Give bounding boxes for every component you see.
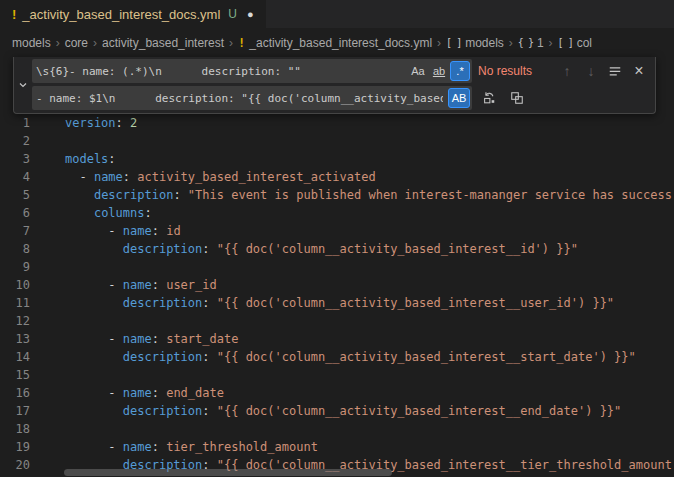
- code-token: description: [123, 296, 202, 310]
- replace-button[interactable]: [478, 87, 500, 109]
- code-line[interactable]: 12: [0, 312, 674, 330]
- code-token: columns: [94, 206, 145, 220]
- object-icon: { }: [518, 37, 533, 48]
- code-token: :: [152, 386, 166, 400]
- code-token: version: [65, 116, 116, 130]
- line-number: 6: [0, 204, 30, 222]
- breadcrumb-item[interactable]: [ ]col: [558, 36, 592, 50]
- next-match-button[interactable]: ↓: [580, 60, 602, 82]
- line-number: 4: [0, 168, 30, 186]
- replace-icon: [482, 91, 496, 105]
- code-line[interactable]: 8 description: "{{ doc('column__activity…: [0, 240, 674, 258]
- warning-icon: !: [238, 36, 245, 50]
- code-line[interactable]: 5 description: "This event is published …: [0, 186, 674, 204]
- arrow-down-icon: ↓: [588, 63, 595, 79]
- code-line-content: models:: [65, 150, 116, 168]
- code-token: "This event is published when interest-m…: [188, 188, 672, 202]
- line-number: 15: [0, 366, 30, 384]
- breadcrumb-separator-icon: ›: [509, 36, 513, 50]
- code-line[interactable]: 11 description: "{{ doc('column__activit…: [0, 294, 674, 312]
- close-find-button[interactable]: ×: [628, 60, 650, 82]
- code-token: "{{ doc('column__activity_based_interest…: [217, 404, 622, 418]
- code-token: :: [152, 440, 166, 454]
- preserve-case-toggle[interactable]: AB: [448, 88, 470, 108]
- code-token: name: [123, 440, 152, 454]
- replace-all-icon: [510, 91, 524, 105]
- code-line[interactable]: 1version: 2: [0, 114, 674, 132]
- code-token: -: [65, 170, 94, 184]
- code-line[interactable]: 13 - name: start_date: [0, 330, 674, 348]
- code-line[interactable]: 17 description: "{{ doc('column__activit…: [0, 402, 674, 420]
- code-line[interactable]: 18: [0, 420, 674, 438]
- code-line[interactable]: 10 - name: user_id: [0, 276, 674, 294]
- code-token: [65, 242, 123, 256]
- chevron-down-icon: [17, 79, 29, 91]
- line-number: 1: [0, 114, 30, 132]
- code-token: [65, 404, 123, 418]
- breadcrumb: models›core›activity_based_interest›!_ac…: [0, 28, 674, 57]
- match-case-toggle[interactable]: Aa: [408, 61, 428, 81]
- modified-dot-icon[interactable]: ●: [247, 9, 254, 20]
- breadcrumb-label: _activity_based_interest_docs.yml: [249, 36, 432, 50]
- breadcrumb-separator-icon: ›: [56, 36, 60, 50]
- code-token: :: [202, 350, 216, 364]
- array-icon: [ ]: [446, 37, 461, 48]
- breadcrumb-separator-icon: ›: [229, 36, 233, 50]
- code-line[interactable]: 6 columns:: [0, 204, 674, 222]
- whole-word-toggle[interactable]: ab: [429, 61, 449, 81]
- breadcrumb-item[interactable]: [ ]models: [446, 36, 504, 50]
- breadcrumb-label: core: [65, 36, 88, 50]
- replace-all-button[interactable]: [506, 87, 528, 109]
- breadcrumb-item[interactable]: { }1: [518, 36, 544, 50]
- line-number: 16: [0, 384, 30, 402]
- editor-tab[interactable]: ! _activity_based_interest_docs.yml U ●: [0, 0, 266, 28]
- line-number: 5: [0, 186, 30, 204]
- code-token: activity_based_interest_activated: [137, 170, 375, 184]
- find-in-selection-button[interactable]: [604, 60, 626, 82]
- code-token: description: [94, 188, 173, 202]
- code-token: "{{ doc('column__activity_based_interest…: [217, 296, 614, 310]
- code-line-content: version: 2: [65, 114, 137, 132]
- breadcrumb-item[interactable]: activity_based_interest: [102, 36, 224, 50]
- breadcrumb-item[interactable]: !_activity_based_interest_docs.yml: [238, 36, 432, 50]
- code-line[interactable]: 9: [0, 258, 674, 276]
- toggle-replace-button[interactable]: [14, 59, 32, 110]
- code-token: :: [202, 404, 216, 418]
- breadcrumb-separator-icon: ›: [93, 36, 97, 50]
- code-token: :: [173, 188, 187, 202]
- code-line[interactable]: 3models:: [0, 150, 674, 168]
- code-token: :: [202, 296, 216, 310]
- code-line-content: - name: end_date: [65, 384, 224, 402]
- code-token: [65, 350, 123, 364]
- code-line[interactable]: 7 - name: id: [0, 222, 674, 240]
- breadcrumb-item[interactable]: models: [12, 36, 51, 50]
- code-line[interactable]: 2: [0, 132, 674, 150]
- arrow-up-icon: ↑: [564, 63, 571, 79]
- code-token: "{{ doc('column__activity_based_interest…: [217, 350, 636, 364]
- breadcrumb-label: models: [12, 36, 51, 50]
- breadcrumb-label: col: [577, 36, 592, 50]
- code-line[interactable]: 19 - name: tier_threshold_amount: [0, 438, 674, 456]
- line-number: 18: [0, 420, 30, 438]
- code-area[interactable]: 1version: 223models:4 - name: activity_b…: [0, 57, 674, 474]
- regex-toggle[interactable]: .*: [450, 61, 470, 81]
- search-input[interactable]: [32, 59, 407, 83]
- breadcrumb-item[interactable]: core: [65, 36, 88, 50]
- code-line-content: description: "{{ doc('column__activity_b…: [65, 402, 621, 420]
- code-token: description: [123, 350, 202, 364]
- code-token: :: [202, 242, 216, 256]
- code-line[interactable]: 4 - name: activity_based_interest_activa…: [0, 168, 674, 186]
- code-line[interactable]: 15: [0, 366, 674, 384]
- code-token: name: [123, 386, 152, 400]
- replace-input[interactable]: [32, 86, 447, 110]
- previous-match-button[interactable]: ↑: [556, 60, 578, 82]
- code-line[interactable]: 16 - name: end_date: [0, 384, 674, 402]
- code-token: tier_threshold_amount: [166, 440, 318, 454]
- code-token: -: [65, 386, 123, 400]
- results-count: No results: [478, 64, 548, 78]
- code-token: :: [116, 116, 130, 130]
- horizontal-scrollbar[interactable]: [64, 469, 392, 476]
- code-token: models: [65, 152, 108, 166]
- code-line[interactable]: 14 description: "{{ doc('column__activit…: [0, 348, 674, 366]
- line-number: 17: [0, 402, 30, 420]
